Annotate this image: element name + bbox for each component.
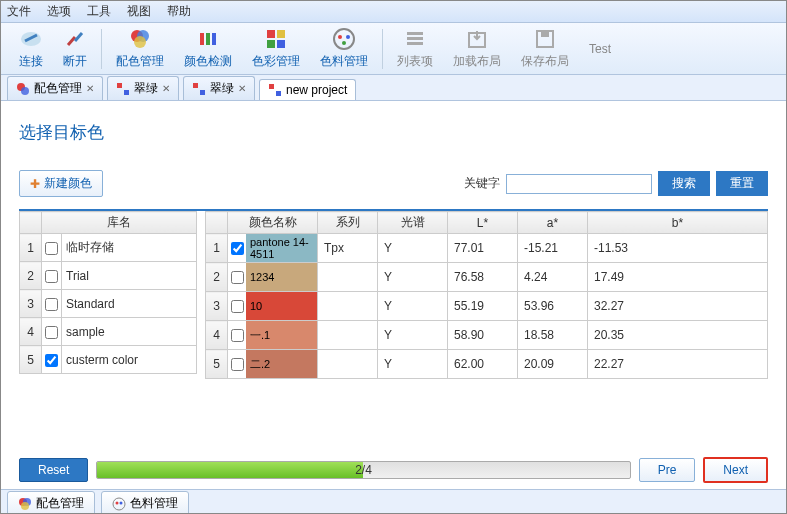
color-swatch: pantone 14-4511 [246, 234, 317, 262]
pre-button[interactable]: Pre [639, 458, 696, 482]
save-layout-button[interactable]: 保存布局 [511, 25, 579, 72]
tab-green2[interactable]: 翠绿 ✕ [183, 76, 255, 100]
col-header: a* [518, 212, 588, 234]
list-label: 列表项 [397, 53, 433, 70]
connect-icon [19, 27, 43, 51]
save-icon [533, 27, 557, 51]
test-button[interactable]: Test [579, 40, 621, 58]
reset-button[interactable]: Reset [19, 458, 88, 482]
color-admin-label: 色彩管理 [252, 53, 300, 70]
svg-point-13 [346, 35, 350, 39]
bottom-tab-material-mgmt[interactable]: 色料管理 [101, 491, 189, 514]
palette-icon [128, 27, 152, 51]
tab-new-project[interactable]: new project [259, 79, 356, 100]
color-detect-button[interactable]: 颜色检测 [174, 25, 242, 72]
table-row[interactable]: 5 二.2 Y 62.00 20.09 22.27 [206, 350, 768, 379]
color-swatch: 10 [246, 292, 317, 320]
menu-tools[interactable]: 工具 [87, 3, 111, 20]
svg-point-12 [338, 35, 342, 39]
tab-color-mgmt[interactable]: 配色管理 ✕ [7, 76, 103, 100]
table-row[interactable]: 4 一.1 Y 58.90 18.58 20.35 [206, 321, 768, 350]
color-detect-label: 颜色检测 [184, 53, 232, 70]
separator [101, 29, 102, 69]
load-icon [465, 27, 489, 51]
btab-label: 配色管理 [36, 495, 84, 512]
separator [382, 29, 383, 69]
svg-point-11 [334, 29, 354, 49]
svg-point-31 [21, 502, 29, 510]
disconnect-label: 断开 [63, 53, 87, 70]
svg-rect-27 [269, 84, 274, 89]
color-admin-button[interactable]: 色彩管理 [242, 25, 310, 72]
library-table: 库名 1临时存储 2Trial 3Standard 4sample 5custe… [19, 211, 197, 379]
menu-help[interactable]: 帮助 [167, 3, 191, 20]
color-mgmt-button[interactable]: 配色管理 [106, 25, 174, 72]
controls-row: ✚ 新建颜色 关键字 搜索 重置 [19, 170, 768, 197]
list-button[interactable]: 列表项 [387, 25, 443, 72]
table-row[interactable]: 3Standard [20, 290, 197, 318]
load-layout-button[interactable]: 加载布局 [443, 25, 511, 72]
color-checkbox[interactable] [231, 329, 244, 342]
test-label: Test [589, 42, 611, 56]
search-button[interactable]: 搜索 [658, 171, 710, 196]
tab-label: new project [286, 83, 347, 97]
material-icon [112, 497, 126, 511]
close-icon[interactable]: ✕ [86, 83, 94, 94]
lib-checkbox[interactable] [45, 326, 58, 339]
color-checkbox[interactable] [231, 271, 244, 284]
svg-point-34 [120, 501, 123, 504]
col-header: 颜色名称 [228, 212, 318, 234]
save-layout-label: 保存布局 [521, 53, 569, 70]
svg-rect-25 [193, 83, 198, 88]
lib-checkbox[interactable] [45, 270, 58, 283]
material-mgmt-button[interactable]: 色料管理 [310, 25, 378, 72]
new-color-label: 新建颜色 [44, 175, 92, 192]
table-row[interactable]: 1临时存储 [20, 234, 197, 262]
col-header: 系列 [318, 212, 378, 234]
main-panel: 选择目标色 ✚ 新建颜色 关键字 搜索 重置 库名 1临时存储 2Trial 3… [1, 101, 786, 451]
page-title: 选择目标色 [19, 121, 768, 144]
keyword-input[interactable] [506, 174, 652, 194]
palette-icon [18, 497, 32, 511]
svg-rect-6 [212, 33, 216, 45]
table-row[interactable]: 2Trial [20, 262, 197, 290]
disconnect-button[interactable]: 断开 [53, 25, 97, 72]
menu-options[interactable]: 选项 [47, 3, 71, 20]
reset-search-button[interactable]: 重置 [716, 171, 768, 196]
close-icon[interactable]: ✕ [162, 83, 170, 94]
table-row[interactable]: 4sample [20, 318, 197, 346]
color-checkbox[interactable] [231, 358, 244, 371]
btab-label: 色料管理 [130, 495, 178, 512]
tab-green1[interactable]: 翠绿 ✕ [107, 76, 179, 100]
tables-wrap: 库名 1临时存储 2Trial 3Standard 4sample 5custe… [19, 211, 768, 379]
svg-rect-16 [407, 37, 423, 40]
close-icon[interactable]: ✕ [238, 83, 246, 94]
lib-checkbox[interactable] [45, 298, 58, 311]
menu-view[interactable]: 视图 [127, 3, 151, 20]
next-button[interactable]: Next [703, 457, 768, 483]
svg-rect-8 [277, 30, 285, 38]
table-row[interactable]: 1 pantone 14-4511 Tpx Y 77.01 -15.21 -11… [206, 234, 768, 263]
color-swatch: 1234 [246, 263, 317, 291]
detect-icon [196, 27, 220, 51]
footer-row: Reset 2/4 Pre Next [1, 451, 786, 489]
col-header: b* [588, 212, 768, 234]
color-checkbox[interactable] [231, 242, 244, 255]
new-color-button[interactable]: ✚ 新建颜色 [19, 170, 103, 197]
lib-header: 库名 [42, 212, 197, 234]
lib-checkbox[interactable] [45, 354, 58, 367]
table-row[interactable]: 2 1234 Y 76.58 4.24 17.49 [206, 263, 768, 292]
table-row[interactable]: 5custerm color [20, 346, 197, 374]
lib-checkbox[interactable] [45, 242, 58, 255]
keyword-label: 关键字 [464, 175, 500, 192]
connect-button[interactable]: 连接 [9, 25, 53, 72]
bottom-tabs: 配色管理 色料管理 [1, 489, 786, 514]
menu-file[interactable]: 文件 [7, 3, 31, 20]
tab-icon [268, 83, 282, 97]
color-mgmt-label: 配色管理 [116, 53, 164, 70]
progress-bar: 2/4 [96, 461, 630, 479]
progress-text: 2/4 [97, 462, 629, 478]
table-row[interactable]: 3 10 Y 55.19 53.96 32.27 [206, 292, 768, 321]
color-checkbox[interactable] [231, 300, 244, 313]
bottom-tab-color-mgmt[interactable]: 配色管理 [7, 491, 95, 514]
